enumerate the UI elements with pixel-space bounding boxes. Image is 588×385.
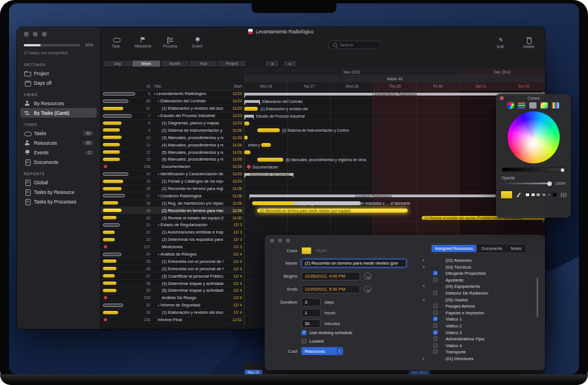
table-row[interactable]: 26(2) Entrevista con el personal de Mant… [101,265,244,272]
sidebar-item-global[interactable]: Global [20,178,97,187]
table-row[interactable]: 9(2) Sistema de Instrumentación y Contro… [101,127,244,134]
eyedropper-icon[interactable] [516,192,521,198]
tool-event[interactable]: Event [187,37,208,48]
gantt-bar[interactable]: …terización de las fuentes [244,173,293,176]
color-swatch[interactable] [547,193,551,197]
disclosure-triangle[interactable]: ▾ [423,265,425,269]
resource-checkbox[interactable] [433,349,438,354]
minimize-button[interactable] [278,239,282,243]
resource-row[interactable]: Viático 2 [418,323,536,330]
table-row[interactable]: 22(1) Autorizaciones emitidas e inspecci… [101,229,244,236]
resource-checkbox[interactable] [433,336,438,341]
table-row[interactable]: 10(3) Manuales, procedimientos y registr… [101,134,244,141]
resource-row[interactable]: Ayudante [418,277,536,284]
resource-scrollbar[interactable] [537,278,538,317]
table-row[interactable]: 17▾Condición Radiológica11/26 [101,192,244,200]
ends-options-button[interactable] [364,285,371,293]
edit-button[interactable]: Edit [490,37,511,49]
table-row[interactable]: 14▾Identificación y Caracterización de l… [101,171,244,178]
resource-row[interactable]: ▾(04) Equipamiento [418,283,536,290]
sidebar-item-project[interactable]: Project [20,68,97,78]
tab-documents[interactable]: Documents [477,245,506,252]
disclosure-triangle[interactable]: ▾ [154,92,155,96]
color-wheel[interactable] [508,111,560,163]
resource-row[interactable]: ▸(02) Asesores [418,257,536,264]
resource-row[interactable]: ▸(01) Directores [418,356,536,362]
table-row[interactable]: 11(4) Manuales, procedimientos y registr… [101,141,244,149]
duration-days-input[interactable]: 3 [301,298,321,306]
wheelic-icon[interactable] [508,102,514,109]
use-working-schedule-checkbox[interactable] [301,330,306,335]
table-row[interactable]: 15(1) Fichas y Catálogos de los equipos … [101,178,244,185]
table-row[interactable]: 13(6) Manuales, procedimientos y registr… [101,156,244,163]
gantt-bar[interactable] [244,100,260,103]
sidebar-item-resources[interactable]: Resources23 [20,138,97,148]
gantt-bar[interactable] [244,136,248,140]
tool-task[interactable]: Task [105,37,127,48]
disclosure-triangle[interactable]: ▾ [158,304,159,307]
tab-year[interactable]: Year [189,60,218,67]
resource-checkbox[interactable] [433,323,438,328]
jump-forward-button[interactable]: ▸ [283,60,297,67]
tab-project[interactable]: Project [218,60,246,67]
disclosure-triangle[interactable]: ▾ [158,100,159,103]
resource-checkbox[interactable] [433,343,438,348]
resource-checkbox[interactable] [433,330,438,335]
brightness-slider[interactable] [501,167,565,172]
jump-back-button[interactable]: ◂ [265,60,279,67]
current-color-swatch[interactable] [500,191,513,199]
gantt-bar[interactable] [257,128,279,132]
table-row[interactable]: 27(3) Cuantificar al personal Público y … [101,272,244,280]
table-row[interactable]: 16(2) Recorrido en terreno para registra… [101,185,244,193]
begins-input[interactable]: 11/26/2012, 4:00 PM [301,272,360,280]
resource-row[interactable]: Dibujante Proyectista [418,270,536,277]
table-row[interactable]: 33(1) Elaboración y revisión del documen… [101,309,244,317]
opacity-slider[interactable] [501,183,552,184]
sidebar-item-tasks[interactable]: Tasks32 [20,128,97,138]
resource-row[interactable]: Pasajes Aéreos [418,303,536,310]
resource-row[interactable]: Viático 4 [418,343,536,349]
sidebar-item-by-tasks-gantt[interactable]: By Tasks (Gantt) [20,108,97,118]
table-row[interactable]: 19(2) Recorrido en terreno para medir ni… [101,207,244,214]
resource-row[interactable]: Viático 3 [418,330,536,336]
color-swatch[interactable] [542,193,546,197]
resource-checkbox[interactable] [433,278,438,282]
close-button[interactable] [500,96,504,100]
gantt-bar[interactable] [244,150,250,154]
tab-notes[interactable]: Notes [507,245,525,252]
disclosure-triangle[interactable]: ▾ [423,297,425,301]
disclosure-triangle[interactable]: ▸ [423,258,425,262]
palette-grid-icon[interactable] [561,193,567,197]
sidebar-item-tasks-by-processes[interactable]: Tasks by Processes [20,197,97,206]
table-row[interactable]: 29(5) Determinar etapas y actividades cr… [101,287,244,295]
tab-week[interactable]: Week [132,60,161,67]
table-row[interactable]: 25(1) Entrevista con el personal de Oper… [101,258,244,265]
table-row[interactable]: 24▾Análisis de Riesgos12/ 4 [101,251,244,258]
resource-row[interactable]: Transporte [418,349,536,356]
resource-row[interactable]: Papeles e Impresión [418,310,536,317]
tab-month[interactable]: Month [161,60,189,67]
color-swatch[interactable] [531,193,535,197]
table-row[interactable]: 31(1) Elaboración y revisión del documen… [101,105,244,113]
resource-row[interactable]: ▾(05) Gastos [418,297,536,304]
sidebar-item-documents[interactable]: Documents [20,157,97,167]
table-row[interactable]: 18(1) Reg. de mantención y/o reparación … [101,200,244,207]
table-row[interactable]: 23(2) Determinar los requisitos para la … [101,236,244,244]
table-row[interactable]: 229Análisis De Riesgo12/ 6 [101,295,244,302]
gantt-bar[interactable] [244,107,258,111]
disclosure-triangle[interactable]: ▸ [423,356,425,360]
disclosure-triangle[interactable]: ▾ [158,253,159,256]
tab-assigned-resources[interactable]: Assigned Resources [431,245,477,252]
pencils-icon[interactable] [552,102,559,109]
palette-icon[interactable] [529,102,537,109]
gantt-bar[interactable] [257,158,283,162]
ends-input[interactable]: 11/29/2012, 5:30 PM [301,285,360,293]
cost-dropdown[interactable]: Resources ▴▾ [301,347,343,355]
begins-options-button[interactable] [364,272,371,280]
table-row[interactable]: 30▾Elaboración del Contrato11/23 [101,98,244,105]
resource-checkbox[interactable] [433,310,438,315]
gantt-bar[interactable] [261,143,271,147]
resource-row[interactable]: Viático 1 [418,316,536,323]
duration-hours-input[interactable]: 1 [301,309,321,317]
task-name-input[interactable]: (2) Recorrido en terreno para medir nive… [301,259,407,267]
